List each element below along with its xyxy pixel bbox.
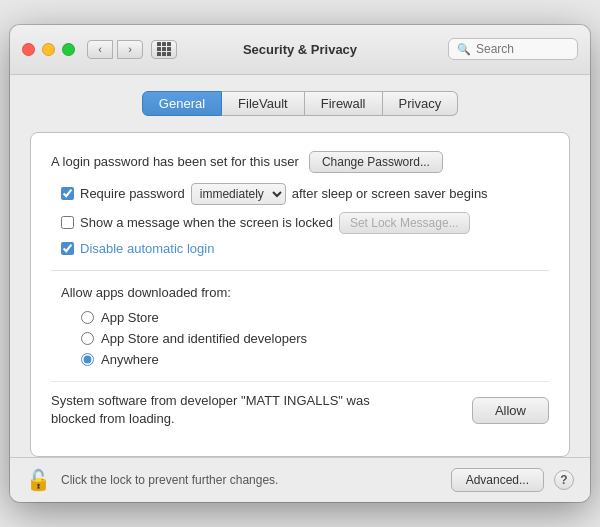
back-button[interactable]: ‹ [87,40,113,59]
content: General FileVault Firewall Privacy A log… [10,75,590,457]
require-password-checkbox[interactable] [61,187,74,200]
disable-login-label: Disable automatic login [80,241,214,256]
close-button[interactable] [22,43,35,56]
radio-app-store: App Store [51,310,549,325]
disable-login-row: Disable automatic login [51,241,549,256]
tabs: General FileVault Firewall Privacy [30,91,570,116]
radio-anywhere: Anywhere [51,352,549,367]
search-icon: 🔍 [457,43,471,56]
titlebar: ‹ › Security & Privacy 🔍 [10,25,590,75]
search-box[interactable]: 🔍 [448,38,578,60]
tab-general[interactable]: General [142,91,222,116]
radio-anywhere-label: Anywhere [101,352,159,367]
window-title: Security & Privacy [243,42,357,57]
maximize-button[interactable] [62,43,75,56]
radio-identified-label: App Store and identified developers [101,331,307,346]
login-password-text: A login password has been set for this u… [51,154,299,169]
change-password-button[interactable]: Change Password... [309,151,443,173]
advanced-button[interactable]: Advanced... [451,468,544,492]
require-password-before-label: Require password [80,186,185,201]
grid-icon [157,42,171,56]
general-panel: A login password has been set for this u… [30,132,570,457]
nav-buttons: ‹ › [87,40,143,59]
traffic-lights [22,43,75,56]
allow-apps-label: Allow apps downloaded from: [51,285,549,300]
radio-identified-input[interactable] [81,332,94,345]
radio-anywhere-input[interactable] [81,353,94,366]
allow-button[interactable]: Allow [472,397,549,424]
require-password-row: Require password immediately 5 seconds 1… [51,183,549,205]
require-password-dropdown[interactable]: immediately 5 seconds 1 minute 5 minutes [191,183,286,205]
lock-text: Click the lock to prevent further change… [61,473,441,487]
window: ‹ › Security & Privacy 🔍 General FileVau… [10,25,590,502]
lock-icon[interactable]: 🔓 [26,468,51,492]
search-input[interactable] [476,42,569,56]
statusbar: 🔓 Click the lock to prevent further chan… [10,457,590,502]
grid-button[interactable] [151,40,177,59]
login-password-row: A login password has been set for this u… [51,151,549,173]
radio-app-store-input[interactable] [81,311,94,324]
divider-1 [51,270,549,271]
show-message-label: Show a message when the screen is locked [80,215,333,230]
radio-app-store-label: App Store [101,310,159,325]
forward-button[interactable]: › [117,40,143,59]
blocked-section: System software from developer "MATT ING… [51,381,549,438]
tab-privacy[interactable]: Privacy [383,91,459,116]
tab-filevault[interactable]: FileVault [222,91,305,116]
tab-firewall[interactable]: Firewall [305,91,383,116]
set-lock-message-button[interactable]: Set Lock Message... [339,212,470,234]
radio-app-store-identified: App Store and identified developers [51,331,549,346]
minimize-button[interactable] [42,43,55,56]
disable-login-checkbox[interactable] [61,242,74,255]
show-message-checkbox[interactable] [61,216,74,229]
require-password-after-label: after sleep or screen saver begins [292,186,488,201]
help-button[interactable]: ? [554,470,574,490]
blocked-text: System software from developer "MATT ING… [51,392,391,428]
show-message-row: Show a message when the screen is locked… [51,212,549,234]
